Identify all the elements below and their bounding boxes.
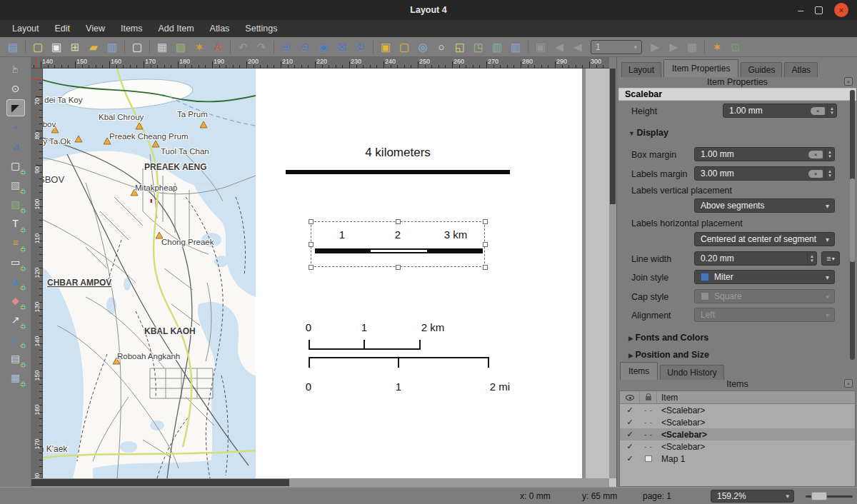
tab-undo-history[interactable]: Undo History — [660, 365, 723, 380]
add-html-icon[interactable]: ▤ — [6, 350, 25, 367]
menu-edit[interactable]: Edit — [47, 21, 79, 36]
clear-icon[interactable]: × — [811, 107, 825, 115]
data-defined-override-icon[interactable]: ≡ — [821, 251, 840, 266]
align-items-icon[interactable]: ▥ — [488, 39, 506, 55]
panel-scrollbar[interactable] — [850, 90, 855, 360]
select-all-icon[interactable]: ◎ — [414, 39, 432, 55]
add-scalebar-icon[interactable]: ▭ — [6, 253, 25, 271]
visibility-checkbox[interactable]: ✓ — [620, 418, 640, 427]
refresh-view-icon[interactable]: ↻ — [351, 39, 370, 55]
menu-layout[interactable]: Layout — [4, 21, 47, 36]
tab-layout[interactable]: Layout — [621, 62, 661, 77]
selection-handle[interactable] — [396, 219, 401, 224]
export-image-icon[interactable]: ▧ — [171, 39, 190, 55]
scrollbar-thumb[interactable] — [850, 178, 855, 262]
distribute-items-icon[interactable]: ▥ — [506, 39, 525, 55]
save-as-template-icon[interactable]: ▥ — [103, 39, 121, 55]
spinner-icon[interactable] — [827, 104, 836, 117]
raise-items-icon[interactable]: ◱ — [451, 39, 469, 55]
lock-column-header[interactable] — [640, 391, 657, 403]
display-section-header[interactable]: Display — [628, 128, 668, 138]
box-margin-input[interactable]: 1.00 mm × — [694, 147, 835, 161]
tab-items[interactable]: Items — [620, 362, 658, 380]
lower-items-icon[interactable]: ◳ — [469, 39, 488, 55]
scrollbar-thumb[interactable] — [610, 69, 616, 204]
zoom-level-combo[interactable]: 159.2% — [711, 490, 794, 503]
menu-items[interactable]: Items — [113, 21, 151, 36]
visibility-checkbox[interactable]: ✓ — [620, 430, 640, 439]
selection-handle[interactable] — [483, 242, 488, 247]
menu-atlas[interactable]: Atlas — [202, 21, 238, 36]
new-report-icon[interactable]: ▢ — [128, 39, 146, 55]
zoom-tool-icon[interactable]: ⊙ — [6, 80, 25, 97]
canvas-vertical-scrollbar[interactable] — [609, 69, 616, 478]
labels-margin-input[interactable]: 3.00 mm × — [694, 166, 835, 181]
table-row[interactable]: ✓ Map 1 — [620, 453, 855, 465]
close-icon[interactable]: × — [834, 3, 848, 17]
fonts-colors-section-header[interactable]: Fonts and Colors — [628, 333, 708, 343]
export-pdf-icon[interactable]: A — [209, 39, 227, 55]
page-1-paper[interactable]: dei Ta KoySbovvay Ta OkKbal ChrouyTa Pru… — [43, 69, 582, 478]
tab-item-properties[interactable]: Item Properties — [663, 59, 738, 77]
scalebar-single-line[interactable] — [286, 170, 510, 174]
minimize-icon[interactable]: – — [798, 5, 803, 15]
canvas-horizontal-scrollbar[interactable] — [31, 478, 609, 487]
table-row-selected[interactable]: ✓ - - <Scalebar> — [620, 428, 855, 440]
scalebar-numeric-title[interactable]: 4 kilometers — [286, 146, 510, 160]
unlock-items-icon[interactable]: ▢ — [395, 39, 414, 55]
maximize-icon[interactable] — [815, 6, 823, 14]
table-row[interactable]: ✓ - - <Scalebar> — [620, 416, 855, 428]
map-item[interactable]: dei Ta KoySbovvay Ta OkKbal ChrouyTa Pru… — [43, 69, 256, 478]
spinner-icon[interactable] — [825, 148, 834, 161]
add-node-item-icon[interactable]: ▷ — [6, 331, 25, 348]
export-atlas-icon[interactable]: ✶ — [708, 39, 726, 55]
add-legend-icon[interactable]: ≡ — [6, 234, 25, 251]
labels-horizontal-placement-dropdown[interactable]: Centered at center of segment — [694, 232, 835, 246]
tab-guides[interactable]: Guides — [741, 62, 782, 77]
scrollbar-thumb[interactable] — [31, 479, 289, 486]
items-close-icon[interactable]: × — [844, 379, 853, 388]
visibility-checkbox[interactable]: ✓ — [620, 454, 640, 463]
panel-close-icon[interactable]: × — [844, 77, 853, 86]
selection-handle[interactable] — [309, 265, 314, 270]
layout-manager-icon[interactable]: ⊞ — [66, 39, 84, 55]
spinner-icon[interactable] — [807, 252, 816, 265]
table-row[interactable]: ✓ - - <Scalebar> — [620, 440, 855, 453]
zoom-actual-icon[interactable]: ◉ — [314, 39, 333, 55]
labels-vertical-placement-dropdown[interactable]: Above segments — [694, 198, 835, 213]
visibility-column-header[interactable] — [620, 391, 640, 403]
atlas-settings-icon[interactable]: ⊡ — [726, 39, 745, 55]
selection-handle[interactable] — [483, 265, 488, 270]
add-arrow-icon[interactable]: ↗ — [6, 311, 25, 328]
join-style-dropdown[interactable]: Miter — [694, 270, 835, 284]
new-layout-icon[interactable]: ▢ — [29, 39, 47, 55]
print-layout-icon[interactable]: ▦ — [153, 39, 171, 55]
selection-handle[interactable] — [309, 242, 314, 247]
add-shape-icon[interactable]: ◆ — [6, 292, 25, 309]
add-page-icon[interactable]: ▢ — [6, 157, 25, 174]
spinner-icon[interactable] — [825, 167, 834, 180]
open-folder-icon[interactable]: ▰ — [84, 39, 103, 55]
zoom-slider-thumb[interactable] — [811, 492, 827, 500]
scalebar-selected-item[interactable]: 1 2 3 km — [311, 221, 485, 267]
menu-settings[interactable]: Settings — [237, 21, 285, 36]
duplicate-layout-icon[interactable]: ▣ — [47, 39, 66, 55]
position-size-section-header[interactable]: Position and Size — [628, 350, 709, 360]
deselect-all-icon[interactable]: ○ — [432, 39, 451, 55]
visibility-checkbox[interactable]: ✓ — [620, 405, 640, 415]
table-row[interactable]: ✓ - - <Scalebar> — [620, 404, 855, 416]
height-input[interactable]: 1.00 mm × — [723, 104, 837, 118]
atlas-page-combo[interactable]: 1 — [591, 40, 642, 54]
tab-atlas[interactable]: Atlas — [784, 62, 818, 77]
add-picture-icon[interactable]: ▨ — [6, 196, 25, 213]
add-attribute-table-icon[interactable]: ▦ — [6, 369, 25, 386]
line-width-input[interactable]: 0.20 mm — [694, 251, 817, 266]
export-svg-icon[interactable]: ✶ — [190, 39, 209, 55]
add-label-icon[interactable]: T — [6, 215, 25, 232]
visibility-checkbox[interactable]: ✓ — [620, 442, 640, 451]
save-project-icon[interactable]: ▤ — [4, 39, 22, 55]
add-3d-map-icon[interactable]: ▧ — [6, 176, 25, 193]
layout-canvas[interactable]: dei Ta KoySbovvay Ta OkKbal ChrouyTa Pru… — [43, 69, 609, 478]
zoom-full-icon[interactable]: ⊠ — [333, 39, 351, 55]
zoom-in-icon[interactable]: ⊕ — [277, 39, 296, 55]
